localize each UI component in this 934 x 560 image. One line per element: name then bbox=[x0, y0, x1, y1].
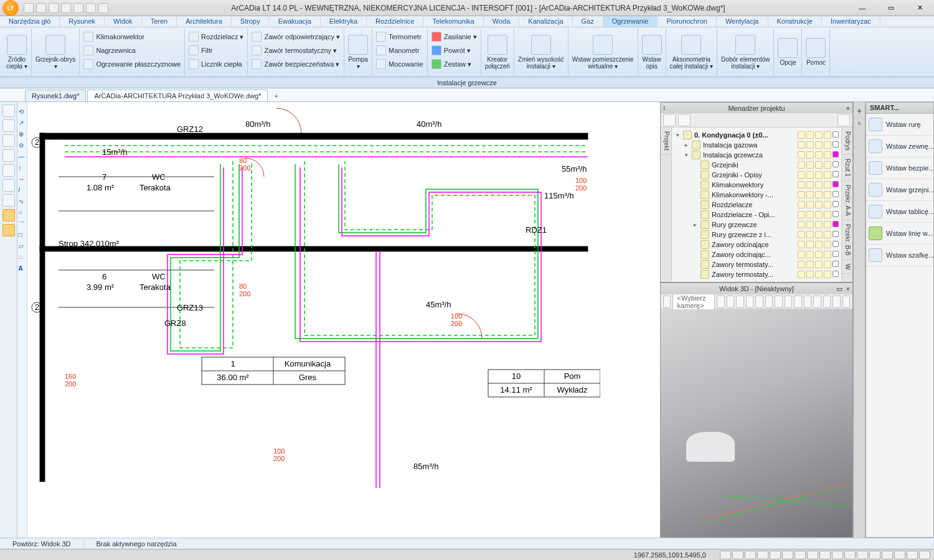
qat-new-icon[interactable] bbox=[24, 3, 34, 13]
ribbon-tab[interactable]: Widok bbox=[105, 16, 142, 27]
ribbon-tab[interactable]: Narzędzia głó bbox=[0, 16, 60, 27]
tree-node[interactable]: Grzejniki - Opisy bbox=[674, 170, 839, 180]
view3d-viewport[interactable] bbox=[661, 309, 852, 537]
tool-icon-selected[interactable] bbox=[2, 224, 15, 236]
tool-icon[interactable] bbox=[2, 134, 15, 147]
tree-node[interactable]: Zawory odcinając... bbox=[674, 250, 839, 259]
draw-tool-icon[interactable]: ↗ bbox=[19, 119, 26, 127]
tree-node[interactable]: ▸Instalacja gazowa bbox=[674, 140, 839, 150]
ribbon-tab[interactable]: Teren bbox=[142, 16, 177, 27]
btn-zawor-bezp[interactable]: Zawór bezpieczeństwa ▾ bbox=[252, 57, 340, 71]
smart-item[interactable]: Wstaw zewnę... bbox=[866, 136, 933, 157]
tree-node[interactable]: Klimakonwektory bbox=[674, 180, 839, 190]
status-toggle-icon[interactable] bbox=[819, 551, 831, 559]
v3-tool-icon[interactable] bbox=[775, 296, 782, 308]
pm-sidetab[interactable]: Przekr. A-A bbox=[842, 181, 852, 220]
status-toggle-icon[interactable] bbox=[844, 551, 856, 559]
pm-tree[interactable]: ▾0. Kondygnacja 0 (±0...▸Instalacja gazo… bbox=[672, 128, 841, 282]
status-toggle-icon[interactable] bbox=[807, 551, 818, 559]
repeat-label[interactable]: Powtórz: Widok 3D bbox=[0, 540, 84, 548]
draw-tool-icon[interactable]: ⊖ bbox=[19, 142, 26, 149]
btn-wstaw-pomieszczenie[interactable]: Wstaw pomieszczenie wirtualne ▾ bbox=[568, 29, 638, 75]
smart-item[interactable]: Wstaw tablicę... bbox=[866, 201, 933, 223]
ribbon-tab[interactable]: Telekomunika bbox=[423, 16, 483, 27]
tree-node[interactable]: Zawory termostaty... bbox=[674, 259, 839, 269]
draw-tool-icon[interactable]: ↔ bbox=[19, 175, 26, 183]
status-toggle-icon[interactable] bbox=[907, 551, 918, 559]
btn-zawor-termo[interactable]: Zawór termostatyczny ▾ bbox=[252, 44, 340, 57]
status-toggle-icon[interactable] bbox=[919, 551, 930, 559]
close-button[interactable]: ✕ bbox=[905, 0, 934, 16]
tool-icon[interactable] bbox=[2, 149, 15, 162]
new-tab-button[interactable]: + bbox=[269, 90, 283, 101]
pm-sidetab[interactable]: Projekt bbox=[661, 128, 671, 155]
close-icon[interactable]: × bbox=[846, 105, 850, 112]
ribbon-tab[interactable]: Konstrukcje bbox=[768, 16, 822, 27]
v3-tool-icon[interactable] bbox=[663, 296, 671, 308]
tool-icon[interactable] bbox=[2, 179, 15, 192]
ribbon-tab[interactable]: Ogrzewanie bbox=[603, 16, 658, 27]
quick-access-toolbar[interactable] bbox=[24, 3, 108, 13]
ribbon-tab[interactable]: Ewakuacja bbox=[270, 16, 321, 27]
tree-node[interactable]: ▾0. Kondygnacja 0 (±0... bbox=[674, 130, 839, 140]
smart-item[interactable]: Wstaw szafkę... bbox=[866, 245, 933, 266]
tree-node[interactable]: ▾Instalacja grzewcza bbox=[674, 150, 839, 160]
pm-sidetab[interactable]: Rzut 1 bbox=[842, 155, 852, 181]
v3-tool-icon[interactable] bbox=[755, 296, 763, 308]
ribbon-tab[interactable]: Piorunochron bbox=[658, 16, 716, 27]
close-icon[interactable]: × bbox=[857, 119, 861, 127]
btn-zawor-odpow[interactable]: Zawór odpowietrzający ▾ bbox=[252, 30, 340, 44]
draw-tool-icon[interactable]: □ bbox=[19, 231, 26, 239]
ribbon-tab[interactable]: Rozdzielnice bbox=[367, 16, 423, 27]
draw-tool-icon[interactable]: ▱ bbox=[19, 243, 26, 250]
btn-licznik-ciepla[interactable]: Licznik ciepła bbox=[189, 57, 243, 71]
ribbon-tab[interactable]: Rysunek bbox=[60, 16, 105, 27]
btn-zasilanie[interactable]: Zasilanie ▾ bbox=[432, 30, 477, 44]
tree-node[interactable]: Zawory termostaty... bbox=[674, 269, 839, 279]
smart-item[interactable]: Wstaw linię w... bbox=[866, 223, 933, 245]
status-toggle-icon[interactable] bbox=[795, 551, 806, 559]
tool-icon[interactable] bbox=[2, 105, 15, 117]
camera-select[interactable]: <Wybierz kamerę> bbox=[672, 292, 715, 311]
ribbon-tab[interactable]: Architektura bbox=[177, 16, 232, 27]
tree-node[interactable]: ▸Rury grzewcze bbox=[674, 220, 839, 230]
pm-sidetab[interactable]: Podrys bbox=[842, 128, 852, 155]
smart-item[interactable]: Wstaw rurę bbox=[866, 114, 933, 136]
qat-save-icon[interactable] bbox=[49, 3, 59, 13]
status-toggle-icon[interactable] bbox=[857, 551, 868, 559]
draw-tool-icon[interactable]: ⌒ bbox=[19, 220, 26, 228]
tree-node[interactable]: Grzejniki bbox=[674, 160, 839, 170]
draw-tool-icon[interactable]: ⊕ bbox=[19, 131, 26, 138]
v3-tool-icon[interactable] bbox=[813, 296, 821, 308]
btn-ogrzewanie-plaszcz[interactable]: Ogrzewanie płaszczyznowe bbox=[83, 57, 181, 71]
tool-icon[interactable] bbox=[2, 194, 15, 207]
btn-manometr[interactable]: Manometr bbox=[376, 44, 423, 57]
tool-icon-selected[interactable] bbox=[2, 209, 15, 222]
draw-tool-icon[interactable]: ∴ bbox=[19, 254, 26, 261]
draw-tool-icon[interactable]: ⟲ bbox=[19, 108, 26, 116]
pm-sidetab[interactable]: Przekr. B-B bbox=[842, 220, 852, 260]
btn-mocowanie[interactable]: Mocowanie bbox=[376, 57, 423, 71]
status-toggle-icon[interactable] bbox=[782, 551, 793, 559]
pm-tool-icon[interactable] bbox=[663, 114, 676, 126]
btn-powrot[interactable]: Powrót ▾ bbox=[432, 44, 477, 57]
status-toggle-icon[interactable] bbox=[745, 551, 756, 559]
v3-tool-icon[interactable] bbox=[727, 296, 734, 308]
ribbon-tab[interactable]: Gaz bbox=[573, 16, 603, 27]
btn-zmien-wysokosc[interactable]: Zmień wysokość instalacji ▾ bbox=[514, 29, 568, 75]
btn-filtr[interactable]: Filtr bbox=[189, 44, 243, 57]
btn-wstaw-opis[interactable]: Wstaw opis bbox=[638, 29, 666, 75]
qat-open-icon[interactable] bbox=[36, 3, 46, 13]
v3-close-icon[interactable]: × bbox=[846, 285, 850, 293]
draw-tool-icon[interactable]: ○ bbox=[19, 209, 26, 217]
maximize-button[interactable]: ▭ bbox=[877, 0, 905, 16]
ribbon-tab[interactable]: Stropy bbox=[232, 16, 270, 27]
smart-collapse-strip[interactable]: +× bbox=[853, 102, 866, 538]
ribbon-tab[interactable]: Inwentaryzac bbox=[822, 16, 880, 27]
minimize-button[interactable]: — bbox=[848, 0, 877, 16]
v3-tool-icon[interactable] bbox=[794, 296, 801, 308]
tool-icon[interactable] bbox=[2, 164, 15, 177]
qat-redo-icon[interactable] bbox=[86, 3, 96, 13]
btn-kreator-polaczen[interactable]: Kreator połączeń bbox=[481, 29, 514, 75]
status-toggle-icon[interactable] bbox=[757, 551, 768, 559]
